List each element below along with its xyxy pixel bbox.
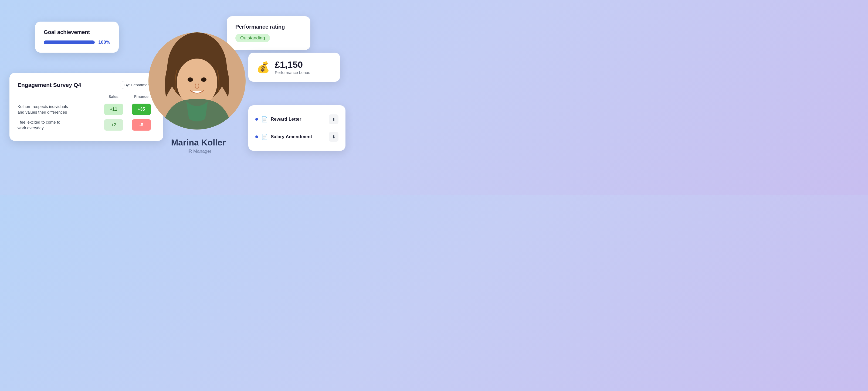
- performance-bonus-card: 💰 £1,150 Performance bonus: [248, 53, 340, 82]
- person-info: Marina Koller HR Manager: [169, 138, 228, 154]
- survey-header: Engagement Survey Q4 By: Department: [18, 81, 155, 89]
- progress-bar-fill: [44, 40, 95, 44]
- performance-rating-card: Performance rating Outstanding: [227, 16, 310, 50]
- svg-point-2: [177, 59, 217, 106]
- svg-point-3: [188, 77, 193, 82]
- svg-point-4: [201, 77, 207, 82]
- avatar-image: [149, 32, 246, 130]
- progress-percentage: 100%: [98, 40, 110, 45]
- progress-row: 100%: [44, 40, 110, 45]
- doc-download-reward[interactable]: ⬇: [329, 115, 338, 124]
- survey-col-label: [18, 94, 100, 101]
- engagement-survey-card: Engagement Survey Q4 By: Department Sale…: [9, 73, 163, 141]
- bonus-label: Performance bonus: [275, 70, 310, 75]
- doc-icon-salary: 📄: [261, 134, 268, 140]
- performance-rating-title: Performance rating: [235, 24, 302, 30]
- doc-download-salary[interactable]: ⬇: [329, 132, 338, 142]
- bonus-icon: 💰: [256, 61, 270, 74]
- survey-row-1-finance: +35: [127, 101, 155, 117]
- survey-title: Engagement Survey Q4: [18, 82, 81, 88]
- survey-row-2-finance: -8: [127, 117, 155, 133]
- survey-row-1-label: Kolhorn respects individualsand values t…: [18, 101, 100, 117]
- bonus-amount: £1,150: [275, 60, 310, 70]
- survey-row-1-sales: +11: [100, 101, 127, 117]
- survey-row-2-sales: +2: [100, 117, 127, 133]
- table-row: I feel excited to come towork everyday +…: [18, 117, 155, 133]
- table-row: Kolhorn respects individualsand values t…: [18, 101, 155, 117]
- performance-rating-badge: Outstanding: [235, 34, 270, 42]
- survey-row-2-label: I feel excited to come towork everyday: [18, 117, 100, 133]
- survey-table: Sales Finance Kolhorn respects individua…: [18, 94, 155, 133]
- goal-achievement-title: Goal achievement: [44, 29, 110, 35]
- doc-row-salary: 📄 Salary Amendment ⬇: [255, 128, 338, 145]
- doc-icon-reward: 📄: [261, 116, 268, 123]
- doc-dot-reward: [255, 118, 258, 121]
- doc-dot-salary: [255, 135, 258, 138]
- bonus-info: £1,150 Performance bonus: [275, 60, 310, 75]
- doc-name-reward: Reward Letter: [271, 117, 329, 122]
- documents-card: 📄 Reward Letter ⬇ 📄 Salary Amendment ⬇: [248, 105, 345, 151]
- doc-row-reward: 📄 Reward Letter ⬇: [255, 111, 338, 128]
- person-name: Marina Koller: [169, 138, 228, 148]
- progress-bar-background: [44, 40, 95, 44]
- survey-col-sales: Sales: [100, 94, 127, 101]
- goal-achievement-card: Goal achievement 100%: [35, 22, 119, 53]
- person-role: HR Manager: [169, 149, 228, 154]
- avatar: [149, 32, 246, 130]
- doc-name-salary: Salary Amendment: [271, 134, 329, 139]
